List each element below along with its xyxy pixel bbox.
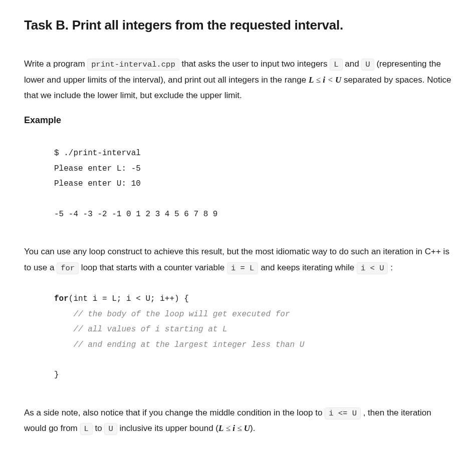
intro-text-3: and: [343, 59, 362, 69]
for-loop-code-block: for(int i = L; i < U; i++) { // the body…: [24, 283, 452, 390]
para2-text-3: and keeps iterating while: [258, 263, 357, 272]
loop-comment-1: // the body of the loop will get execute…: [73, 310, 290, 319]
loop-explanation-paragraph: You can use any loop construct to achiev…: [24, 244, 452, 275]
range-expression-2: L ≤ i ≤ U: [218, 423, 250, 433]
loop-close-brace: }: [54, 370, 59, 379]
loop-comment-2: // all values of i starting at L: [73, 325, 227, 334]
intro-text-2: that asks the user to input two integers: [179, 59, 330, 69]
var-l-code: L: [330, 59, 342, 71]
intro-text-1: Write a program: [24, 59, 87, 69]
para3-text-4: inclusive its upper bound (: [117, 423, 218, 433]
var-u-code-2: U: [104, 423, 117, 435]
filename-code: print-interval.cpp: [87, 59, 179, 71]
i-eq-l-code: i = L: [227, 262, 259, 274]
for-signature: (int i = L; i < U; i++) {: [69, 294, 189, 303]
for-keyword: for: [54, 294, 69, 303]
loop-comment-3: // and ending at the largest integer les…: [73, 340, 304, 349]
task-title: Task B. Print all integers from the requ…: [24, 14, 452, 36]
var-l-code-2: L: [80, 423, 93, 435]
para2-text-2: loop that starts with a counter variable: [79, 263, 227, 272]
range-expression: L ≤ i < U: [309, 75, 341, 85]
intro-paragraph: Write a program print-interval.cpp that …: [24, 56, 452, 104]
para3-text-3: to: [93, 423, 105, 433]
i-lt-u-code: i < U: [357, 262, 388, 274]
var-u-code: U: [361, 59, 374, 71]
para3-text-1: As a side note, also notice that if you …: [24, 408, 325, 417]
for-keyword-code: for: [57, 262, 79, 274]
i-le-u-code: i <= U: [325, 407, 361, 419]
example-output-block: $ ./print-interval Please enter L: -5 Pl…: [24, 138, 452, 230]
side-note-paragraph: As a side note, also notice that if you …: [24, 405, 452, 436]
example-heading: Example: [24, 113, 452, 128]
para2-text-4: :: [388, 263, 392, 272]
para3-text-5: ).: [250, 423, 255, 433]
